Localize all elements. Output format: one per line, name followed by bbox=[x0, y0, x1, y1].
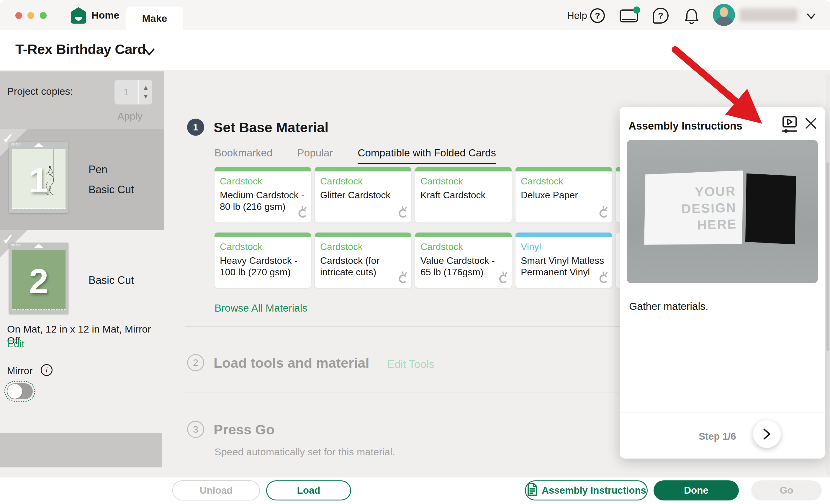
card-accent-bar bbox=[315, 167, 411, 171]
black-cardstock-photo bbox=[745, 174, 796, 245]
apply-button[interactable]: Apply bbox=[118, 111, 142, 122]
load-button-label: Load bbox=[297, 485, 320, 496]
mat-notch bbox=[34, 143, 43, 147]
unload-button-label: Unload bbox=[200, 485, 233, 496]
card-accent-bar bbox=[215, 167, 311, 171]
machine-slot-icon bbox=[622, 19, 636, 20]
done-button[interactable]: Done bbox=[653, 480, 739, 500]
mat-2-number: 2 bbox=[29, 261, 49, 301]
card-category: Cardstock bbox=[420, 241, 463, 252]
material-card[interactable]: Cardstock Heavy Cardstock - 100 lb (270 … bbox=[215, 232, 311, 288]
mirror-toggle-track[interactable] bbox=[7, 383, 33, 399]
edit-mat-link[interactable]: Edit bbox=[7, 338, 25, 350]
mat-row-1[interactable]: ✓ cricut 1 Pen Basic bbox=[0, 129, 164, 230]
mirror-toggle-knob[interactable] bbox=[7, 384, 22, 399]
card-name: Cardstock (for intricate cuts) bbox=[320, 255, 407, 278]
mat-row-2[interactable]: ✓ cricut 2 Basic Cut bbox=[0, 230, 164, 330]
card-name: Medium Cardstock - 80 lb (216 gsm) bbox=[220, 189, 306, 213]
material-card[interactable]: Cardstock Kraft Cardstock bbox=[415, 167, 512, 222]
mat-1-tool-basic-cut: Basic Cut bbox=[89, 184, 134, 196]
step-3-note: Speed automatically set for this materia… bbox=[215, 446, 395, 458]
machine-connected-badge bbox=[633, 6, 640, 13]
mat-brand-label: cricut bbox=[11, 243, 21, 247]
unload-button[interactable]: Unload bbox=[172, 480, 260, 500]
material-card[interactable]: Cardstock Cardstock (for intricate cuts) bbox=[315, 232, 411, 288]
material-card[interactable]: Cardstock Value Cardstock - 65 lb (176gs… bbox=[415, 232, 512, 288]
scrollbar-thumb[interactable] bbox=[826, 162, 829, 351]
card-category: Cardstock bbox=[220, 176, 262, 187]
step-2-title: Load tools and material bbox=[214, 355, 370, 371]
card-name: Smart Vinyl Matless Permanent Vinyl bbox=[521, 255, 607, 278]
card-category: Vinyl bbox=[521, 241, 541, 252]
mat-info-text: On Mat, 12 in x 12 in Mat, Mirror Off bbox=[7, 323, 161, 346]
window-zoom-button[interactable] bbox=[40, 12, 46, 19]
material-card[interactable]: Cardstock Glitter Cardstock bbox=[315, 167, 411, 222]
tab-home[interactable]: Home bbox=[92, 9, 119, 21]
copies-stepper[interactable]: ▲ ▼ bbox=[139, 80, 152, 104]
notifications-bell-icon[interactable] bbox=[684, 8, 699, 24]
card-category: Cardstock bbox=[521, 176, 563, 187]
project-copies-label: Project copies: bbox=[7, 86, 73, 97]
sidebar-footer-block bbox=[0, 433, 162, 467]
material-card[interactable]: Cardstock Deluxe Paper bbox=[515, 167, 612, 222]
mat-2-card-outline bbox=[12, 250, 31, 280]
load-button[interactable]: Load bbox=[266, 480, 351, 500]
tab-bookmarked[interactable]: Bookmarked bbox=[215, 147, 272, 164]
card-name: Heavy Cardstock - 100 lb (270 gsm) bbox=[220, 255, 306, 278]
project-title-chevron-down-icon[interactable] bbox=[144, 48, 155, 56]
annotation-arrow bbox=[661, 38, 785, 139]
window-close-button[interactable] bbox=[15, 12, 22, 19]
card-category: Cardstock bbox=[320, 241, 363, 252]
vertical-scrollbar[interactable] bbox=[826, 74, 830, 475]
mirror-info-icon[interactable]: i bbox=[41, 364, 53, 376]
assembly-instructions-button[interactable]: Assembly Instructions bbox=[525, 480, 648, 500]
mat-1-tool-pen: Pen bbox=[89, 163, 134, 176]
cricut-c-icon bbox=[296, 206, 308, 220]
card-accent-bar bbox=[515, 167, 612, 171]
done-button-label: Done bbox=[684, 485, 708, 496]
cricut-c-icon bbox=[597, 272, 609, 286]
help-circle-icon[interactable]: ? bbox=[590, 8, 605, 23]
user-name-blurred bbox=[739, 8, 798, 22]
material-card[interactable]: Cardstock Medium Cardstock - 80 lb (216 … bbox=[215, 167, 311, 222]
step-1-number: 1 bbox=[187, 119, 204, 136]
cricut-c-icon bbox=[597, 206, 609, 220]
feedback-help-icon[interactable]: ? bbox=[653, 8, 669, 24]
card-accent-bar bbox=[315, 232, 411, 237]
step-1-title: Set Base Material bbox=[214, 119, 328, 135]
bottom-action-bar: Unload Load Assembly Instructions Done G… bbox=[0, 477, 830, 504]
card-name: Deluxe Paper bbox=[521, 189, 607, 201]
card-category: Cardstock bbox=[320, 176, 363, 187]
close-icon[interactable] bbox=[804, 117, 817, 130]
mat-1-tools: Pen Basic Cut bbox=[89, 129, 134, 230]
stepper-up-icon[interactable]: ▲ bbox=[142, 85, 149, 91]
stepper-down-icon[interactable]: ▼ bbox=[142, 93, 149, 100]
card-accent-bar bbox=[415, 167, 512, 171]
mat-2-thumbnail[interactable]: cricut 2 bbox=[9, 243, 68, 314]
document-icon bbox=[526, 482, 538, 498]
go-button[interactable]: Go bbox=[751, 480, 822, 500]
avatar[interactable] bbox=[713, 4, 735, 26]
tab-compatible-folded-cards[interactable]: Compatible with Folded Cards bbox=[358, 147, 496, 164]
edit-tools-link[interactable]: Edit Tools bbox=[387, 358, 434, 371]
next-step-button[interactable] bbox=[753, 420, 781, 448]
account-chevron-down-icon[interactable] bbox=[806, 11, 816, 21]
mirror-toggle[interactable] bbox=[5, 381, 35, 401]
tab-popular[interactable]: Popular bbox=[297, 147, 333, 164]
material-tabs: Bookmarked Popular Compatible with Folde… bbox=[215, 147, 496, 164]
help-menu[interactable]: Help bbox=[567, 10, 587, 21]
cricut-logo-icon bbox=[71, 7, 86, 24]
mat-1-number: 1 bbox=[29, 160, 49, 200]
tab-make[interactable]: Make bbox=[126, 6, 183, 30]
step-indicator: Step 1/6 bbox=[699, 431, 736, 442]
browse-all-materials-link[interactable]: Browse All Materials bbox=[215, 302, 308, 314]
copies-input[interactable]: 1 bbox=[115, 80, 139, 104]
top-bar: Home Make Help ? ? bbox=[0, 0, 830, 30]
card-name: Value Cardstock - 65 lb (176gsm) bbox=[420, 255, 507, 278]
mat-1-thumbnail[interactable]: cricut 1 bbox=[9, 141, 68, 213]
window-minimize-button[interactable] bbox=[27, 12, 34, 19]
material-card[interactable]: Vinyl Smart Vinyl Matless Permanent Viny… bbox=[515, 232, 612, 288]
stencil-text-line: YOUR bbox=[695, 184, 736, 199]
stencil-text-line: HERE bbox=[697, 217, 737, 232]
machine-status-icon[interactable] bbox=[619, 9, 638, 23]
